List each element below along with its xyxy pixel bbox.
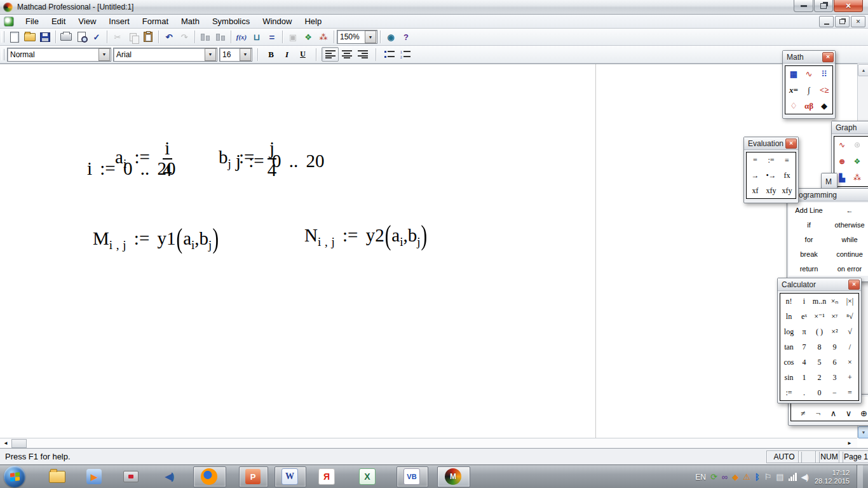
sin-key[interactable]: sin [782, 370, 797, 385]
bullet-list-button[interactable] [381, 48, 397, 61]
scroll-right-button[interactable]: ► [845, 439, 854, 447]
restore-button[interactable] [814, 0, 833, 12]
return-key[interactable]: return [789, 261, 829, 276]
copy-button[interactable] [125, 30, 140, 44]
bluetooth-tray-icon[interactable]: ᛒ [755, 473, 760, 481]
inverse-key[interactable]: ×⁻¹ [812, 309, 827, 324]
trace-plot-button[interactable]: ≋ [865, 137, 868, 153]
menu-window[interactable]: Window [256, 15, 298, 27]
equals-key[interactable]: = [843, 385, 858, 400]
download-manager-tray-icon[interactable]: ∞ [722, 473, 728, 481]
treefix-operator-key[interactable]: xfy [779, 183, 795, 198]
infix-operator-key[interactable]: xfy [763, 183, 779, 198]
spell-check-button[interactable]: ✓ [89, 30, 104, 44]
horizontal-scrollbar[interactable]: ◄ ► [0, 438, 857, 449]
equals-key[interactable]: = [747, 152, 763, 168]
symbolic-keyword-eval-key[interactable]: •→ [763, 168, 779, 183]
scroll-left-button[interactable]: ◄ [1, 439, 10, 447]
xy-plot-button[interactable]: ∿ [834, 137, 850, 153]
ln-key[interactable]: ln [782, 309, 797, 324]
font-dropdown[interactable]: Arial ▼ [113, 48, 217, 62]
font-size-dropdown-arrow[interactable]: ▼ [240, 48, 251, 61]
minus-key[interactable]: − [827, 385, 843, 400]
cos-key[interactable]: cos [782, 355, 797, 370]
prefix-operator-key[interactable]: xf [747, 183, 763, 198]
new-button[interactable] [7, 30, 22, 44]
resource-tree-button[interactable]: ⁂ [316, 30, 331, 44]
child-restore-button[interactable] [835, 16, 850, 27]
scroll-up-button[interactable]: ▲ [858, 64, 868, 76]
resource-center-button[interactable]: ◉ [383, 30, 398, 44]
style-dropdown-arrow[interactable]: ▼ [98, 48, 110, 61]
menu-edit[interactable]: Edit [45, 15, 72, 27]
exp-key[interactable]: eˣ [797, 309, 812, 324]
math-palette-close-button[interactable]: ✕ [822, 52, 834, 62]
align-left-button[interactable] [322, 47, 339, 62]
taskbar-yandex-button[interactable]: Я [318, 468, 336, 485]
digit-9-key[interactable]: 9 [827, 339, 843, 355]
align-center-button[interactable] [339, 48, 355, 61]
otherwise-key[interactable]: otherwise [829, 217, 868, 232]
menu-view[interactable]: View [72, 15, 102, 27]
menu-symbolics[interactable]: Symbolics [206, 15, 256, 27]
toolbar-grip[interactable] [1, 49, 4, 60]
italic-button[interactable]: I [279, 48, 295, 61]
imaginary-key[interactable]: i [797, 294, 812, 309]
taskbar-volume-app-button[interactable]: ◀) [160, 468, 178, 485]
math-palette-titlebar[interactable]: Math ✕ [783, 51, 835, 64]
volume-tray-icon[interactable]: ◀) [801, 473, 808, 481]
tan-key[interactable]: tan [782, 339, 797, 355]
taskbar-media-player-button[interactable]: ▶ [85, 468, 103, 485]
style-dropdown[interactable]: Normal ▼ [7, 48, 111, 62]
numbered-list-button[interactable]: 12 [397, 48, 413, 61]
matrix-toolbar-button[interactable]: ⠿ [817, 66, 832, 82]
taskbar-word-button[interactable]: W [281, 468, 299, 485]
definition-key[interactable]: := [782, 385, 797, 400]
while-key[interactable]: while [829, 232, 868, 247]
taskbar-vb-button[interactable]: VB [403, 468, 421, 485]
cut-button[interactable]: ✂ [110, 30, 125, 44]
vector-field-button[interactable]: ⊞ [865, 170, 868, 186]
digit-3-key[interactable]: 3 [827, 370, 843, 385]
paste-button[interactable] [140, 30, 156, 44]
print-preview-button[interactable] [74, 30, 89, 44]
safely-remove-icon[interactable]: ▤ [776, 473, 783, 481]
contour-plot-button[interactable]: ▤ [865, 153, 868, 170]
calculus-toolbar-button[interactable]: ∫ [801, 82, 817, 98]
programming-toolbar-button[interactable]: ♢ [786, 98, 801, 114]
network-signal-icon[interactable] [789, 473, 797, 481]
insert-function-button[interactable]: f(x) [234, 30, 249, 44]
taskbar-explorer-button[interactable] [48, 468, 66, 485]
power-key[interactable]: ×ʸ [827, 309, 843, 324]
if-key[interactable]: if [789, 217, 829, 232]
taskbar-mathcad-button[interactable]: M [444, 468, 462, 485]
save-button[interactable] [37, 30, 53, 44]
global-definition-key[interactable]: ≡ [779, 152, 795, 168]
or-key[interactable]: ∨ [841, 407, 857, 421]
insert-component-button[interactable]: ❖ [301, 30, 316, 44]
definition-key[interactable]: := [763, 152, 779, 168]
undo-button[interactable]: ↶ [161, 30, 177, 44]
log-key[interactable]: log [782, 324, 797, 339]
divide-key[interactable]: / [843, 339, 858, 355]
programming-palette-titlebar[interactable]: Programming [787, 189, 868, 201]
minimize-button[interactable] [794, 0, 813, 12]
surface-plot-button[interactable]: ❖ [850, 153, 865, 170]
square-root-key[interactable]: √ [843, 324, 858, 339]
digit-4-key[interactable]: 4 [797, 355, 812, 370]
expression-N[interactable]: Ni , j := y2(ai,bj) [304, 225, 428, 249]
square-key[interactable]: ×² [827, 324, 843, 339]
parentheses-key[interactable]: ( ) [812, 324, 827, 339]
menu-math[interactable]: Math [175, 15, 206, 27]
digit-0-key[interactable]: 0 [812, 385, 827, 400]
evaluation-toolbar-button[interactable]: x= [786, 82, 801, 98]
title-bar[interactable]: Mathcad Professional - [Untitled:1] ✕ [0, 0, 868, 15]
font-dropdown-arrow[interactable]: ▼ [205, 48, 216, 61]
boolean-toolbar-button[interactable]: <≥ [817, 82, 832, 98]
subscript-key[interactable]: ×ₙ [827, 294, 843, 309]
xor-key[interactable]: ⊕ [857, 407, 868, 421]
polar-plot-button[interactable]: ⊕ [834, 153, 850, 170]
calculator-palette-close-button[interactable]: ✕ [848, 280, 860, 290]
bold-button[interactable]: B [263, 48, 279, 61]
font-size-dropdown[interactable]: 16 ▼ [219, 48, 252, 62]
